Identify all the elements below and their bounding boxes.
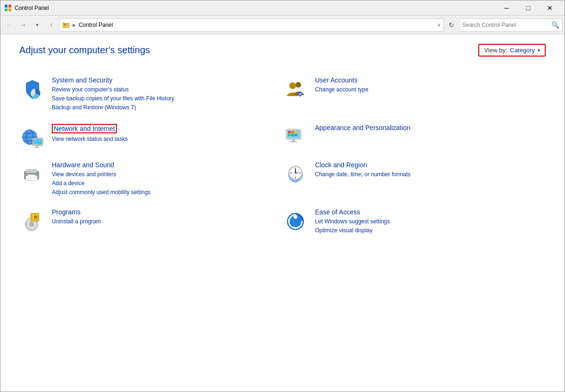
user-accounts-icon: [283, 76, 309, 102]
system-security-title[interactable]: System and Security: [52, 76, 283, 84]
folder-icon: [62, 21, 70, 29]
svg-rect-3: [8, 8, 11, 11]
window-title: Control Panel: [15, 5, 496, 11]
address-bar: ← → ▼ ↑ ► Control Panel ∨ ↻ 🔍: [0, 16, 565, 34]
recent-locations-button[interactable]: ▼: [31, 18, 44, 32]
hardware-sound-link-2[interactable]: Adjust commonly used mobility settings: [52, 188, 283, 197]
address-text: Control Panel: [79, 22, 435, 28]
ease-of-access-icon: [283, 208, 309, 234]
svg-point-13: [295, 82, 301, 88]
page-title: Adjust your computer's settings: [19, 45, 150, 56]
main-content: Adjust your computer's settings View by:…: [0, 34, 565, 392]
maximize-button[interactable]: □: [517, 0, 539, 16]
svg-rect-9: [64, 25, 65, 26]
svg-rect-1: [8, 5, 11, 8]
network-internet-icon: [19, 124, 45, 150]
clock-region-link-0[interactable]: Change date, time, or number formats: [315, 170, 546, 179]
programs-content: Programs Uninstall a program: [52, 208, 283, 226]
ease-of-access-link-0[interactable]: Let Windows suggest settings: [315, 217, 546, 226]
svg-point-51: [295, 172, 296, 174]
ease-of-access-link-1[interactable]: Optimize visual display: [315, 226, 546, 235]
clock-region-title[interactable]: Clock and Region: [315, 161, 546, 169]
search-box: 🔍: [459, 18, 563, 32]
categories-grid: System and Security Review your computer…: [19, 71, 546, 241]
programs-link-0[interactable]: Uninstall a program: [52, 217, 283, 226]
hardware-sound-link-0[interactable]: View devices and printers: [52, 170, 283, 179]
address-dropdown-arrow[interactable]: ∨: [437, 22, 441, 27]
view-by-value: Category: [510, 47, 535, 54]
svg-rect-5: [63, 23, 65, 24]
svg-text:⚙: ⚙: [33, 215, 38, 220]
svg-rect-7: [64, 24, 65, 25]
appearance-title[interactable]: Appearance and Personalization: [315, 124, 546, 131]
window-icon: [4, 4, 12, 12]
search-input[interactable]: [462, 22, 551, 28]
forward-button[interactable]: →: [16, 18, 30, 32]
category-user-accounts: User Accounts Change account type: [283, 71, 546, 118]
programs-icon: ⚙: [19, 208, 45, 234]
address-field[interactable]: ► Control Panel ∨: [59, 18, 444, 32]
svg-rect-32: [291, 134, 294, 136]
ease-of-access-title[interactable]: Ease of Access: [315, 208, 546, 216]
svg-rect-25: [40, 142, 41, 145]
svg-rect-33: [295, 134, 297, 136]
clock-region-icon: [283, 161, 309, 187]
title-bar: Control Panel ─ □ ✕: [0, 0, 565, 16]
category-hardware-sound: Hardware and Sound View devices and prin…: [19, 155, 283, 203]
back-button[interactable]: ←: [2, 18, 16, 32]
svg-rect-22: [34, 147, 39, 148]
hardware-sound-link-1[interactable]: Add a device: [52, 179, 283, 188]
system-security-content: System and Security Review your computer…: [52, 76, 283, 113]
category-appearance: Appearance and Personalization: [283, 118, 546, 155]
user-accounts-content: User Accounts Change account type: [315, 76, 546, 94]
search-button[interactable]: 🔍: [551, 21, 559, 29]
network-internet-link-0[interactable]: View network status and tasks: [52, 135, 283, 144]
system-security-link-0[interactable]: Review your computer's status: [52, 85, 283, 94]
clock-region-content: Clock and Region Change date, time, or n…: [315, 161, 546, 179]
svg-point-55: [31, 223, 33, 225]
system-security-link-1[interactable]: Save backup copies of your files with Fi…: [52, 94, 283, 103]
svg-rect-21: [36, 146, 38, 147]
network-internet-title[interactable]: Network and Internet: [52, 124, 117, 133]
svg-rect-39: [28, 175, 35, 179]
hardware-sound-title[interactable]: Hardware and Sound: [52, 161, 283, 169]
system-security-link-2[interactable]: Backup and Restore (Windows 7): [52, 103, 283, 112]
hardware-sound-icon: [19, 161, 45, 187]
ease-of-access-content: Ease of Access Let Windows suggest setti…: [315, 208, 546, 235]
category-system-security: System and Security Review your computer…: [19, 71, 283, 118]
network-internet-content: Network and Internet View network status…: [52, 124, 283, 144]
close-button[interactable]: ✕: [539, 0, 561, 16]
control-panel-window: Control Panel ─ □ ✕ ← → ▼ ↑ ► Contr: [0, 0, 565, 392]
minimize-button[interactable]: ─: [496, 0, 517, 16]
svg-point-40: [36, 172, 38, 174]
view-by-control[interactable]: View by: Category ▾: [478, 44, 546, 57]
user-accounts-link-0[interactable]: Change account type: [315, 85, 546, 94]
window-controls: ─ □ ✕: [496, 0, 561, 16]
svg-rect-10: [66, 25, 66, 26]
refresh-button[interactable]: ↻: [445, 18, 458, 32]
svg-rect-29: [291, 131, 294, 133]
system-security-icon: [19, 76, 45, 102]
appearance-icon: [283, 124, 309, 150]
view-by-label: View by:: [484, 47, 507, 54]
programs-title[interactable]: Programs: [52, 208, 283, 216]
svg-rect-30: [295, 131, 297, 133]
view-by-arrow: ▾: [538, 48, 540, 53]
svg-rect-23: [37, 144, 38, 145]
category-clock-region: Clock and Region Change date, time, or n…: [283, 155, 546, 203]
svg-point-12: [289, 82, 296, 89]
category-network-internet: Network and Internet View network status…: [19, 118, 283, 155]
svg-rect-2: [5, 8, 8, 11]
svg-rect-0: [5, 5, 8, 8]
svg-rect-24: [39, 143, 40, 145]
svg-rect-31: [288, 134, 291, 136]
hardware-sound-content: Hardware and Sound View devices and prin…: [52, 161, 283, 197]
up-button[interactable]: ↑: [45, 18, 58, 32]
page-header: Adjust your computer's settings View by:…: [19, 44, 546, 57]
svg-rect-37: [26, 169, 37, 173]
category-ease-of-access: Ease of Access Let Windows suggest setti…: [283, 203, 546, 241]
svg-rect-8: [66, 24, 66, 25]
svg-rect-28: [288, 131, 291, 133]
appearance-content: Appearance and Personalization: [315, 124, 546, 133]
user-accounts-title[interactable]: User Accounts: [315, 76, 546, 84]
